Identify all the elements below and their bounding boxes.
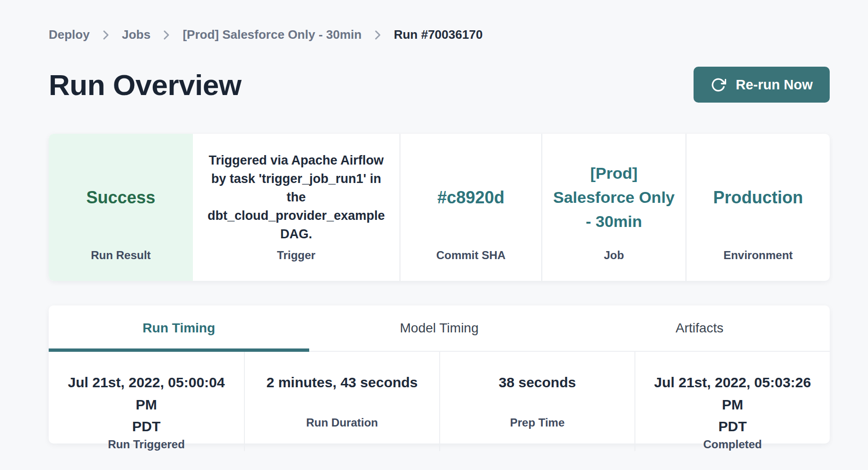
run-result-label: Run Result xyxy=(91,249,151,262)
timing-tabs: Run Timing Model Timing Artifacts xyxy=(49,305,830,352)
timing-card: Run Timing Model Timing Artifacts Jul 21… xyxy=(49,305,830,444)
page-header: Run Overview Re-run Now xyxy=(49,66,830,104)
environment-link[interactable]: Production xyxy=(713,188,803,208)
chevron-right-icon xyxy=(163,29,170,41)
prep-time-value: 38 seconds xyxy=(448,372,627,416)
breadcrumb-deploy[interactable]: Deploy xyxy=(49,27,90,42)
breadcrumb-job-name[interactable]: [Prod] Salesforce Only - 30min xyxy=(182,27,362,42)
trigger-label: Trigger xyxy=(277,249,315,262)
run-triggered-label: Run Triggered xyxy=(56,438,236,451)
completed-cell: Jul 21st, 2022, 05:03:26 PM PDT Complete… xyxy=(634,352,830,451)
commit-sha-link[interactable]: #c8920d xyxy=(437,188,504,208)
chevron-right-icon xyxy=(374,29,381,41)
run-triggered-cell: Jul 21st, 2022, 05:00:04 PM PDT Run Trig… xyxy=(49,352,244,451)
breadcrumb: Deploy Jobs [Prod] Salesforce Only - 30m… xyxy=(49,0,830,42)
run-duration-cell: 2 minutes, 43 seconds Run Duration xyxy=(244,352,439,451)
completed-value: Jul 21st, 2022, 05:03:26 PM PDT xyxy=(643,372,822,438)
run-result-cell: Success Run Result xyxy=(49,134,193,281)
tab-run-timing[interactable]: Run Timing xyxy=(49,305,309,351)
run-result-value: Success xyxy=(86,188,155,208)
prep-time-label: Prep Time xyxy=(448,416,627,429)
job-label: Job xyxy=(604,249,624,262)
run-triggered-value: Jul 21st, 2022, 05:00:04 PM PDT xyxy=(56,372,236,438)
page-title: Run Overview xyxy=(49,68,241,102)
completed-label: Completed xyxy=(643,438,822,451)
prep-time-cell: 38 seconds Prep Time xyxy=(439,352,634,451)
breadcrumb-jobs[interactable]: Jobs xyxy=(122,27,151,42)
trigger-value: Triggered via Apache Airflow by task 'tr… xyxy=(207,151,386,244)
rerun-now-button[interactable]: Re-run Now xyxy=(694,67,830,103)
chevron-right-icon xyxy=(103,29,109,41)
trigger-cell: Triggered via Apache Airflow by task 'tr… xyxy=(193,134,399,281)
environment-label: Environment xyxy=(723,249,793,262)
environment-cell: Production Environment xyxy=(686,134,830,281)
job-link[interactable]: [Prod] Salesforce Only - 30min xyxy=(553,161,675,234)
run-summary-card: Success Run Result Triggered via Apache … xyxy=(49,134,830,281)
refresh-icon xyxy=(711,77,726,93)
commit-sha-cell: #c8920d Commit SHA xyxy=(399,134,541,281)
page-content: Deploy Jobs [Prod] Salesforce Only - 30m… xyxy=(49,0,830,444)
rerun-button-label: Re-run Now xyxy=(736,77,813,93)
tab-artifacts[interactable]: Artifacts xyxy=(569,305,830,351)
tab-model-timing[interactable]: Model Timing xyxy=(309,305,570,351)
breadcrumb-run-number: Run #70036170 xyxy=(394,27,483,42)
run-duration-value: 2 minutes, 43 seconds xyxy=(252,372,432,416)
run-timing-panel: Jul 21st, 2022, 05:00:04 PM PDT Run Trig… xyxy=(49,352,830,443)
job-cell: [Prod] Salesforce Only - 30min Job xyxy=(541,134,686,281)
commit-sha-label: Commit SHA xyxy=(436,249,506,262)
run-duration-label: Run Duration xyxy=(252,416,432,429)
